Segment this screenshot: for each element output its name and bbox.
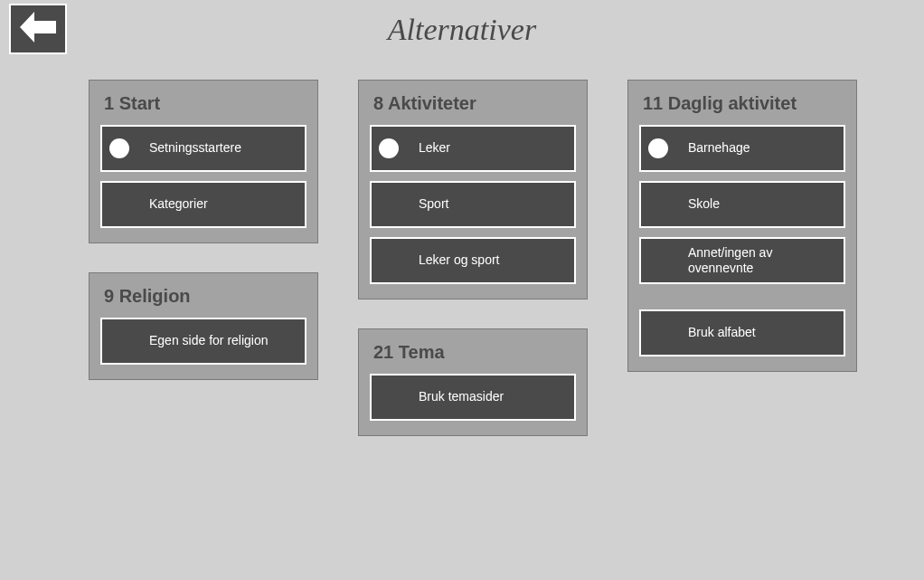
radio-selected-icon xyxy=(379,138,399,158)
card-religion: 9 ReligionEgen side for religion xyxy=(89,272,318,380)
column: 8 AktiviteterLekerSportLeker og sport21 … xyxy=(358,80,588,436)
column: 1 StartSetningsstartereKategorier9 Relig… xyxy=(89,80,318,380)
option-label: Bruk alfabet xyxy=(675,325,838,341)
option-leker[interactable]: Leker xyxy=(370,125,576,172)
option-egen-side-religion[interactable]: Egen side for religion xyxy=(100,318,306,365)
radio-spacer xyxy=(648,323,668,343)
radio-spacer xyxy=(109,331,129,351)
option-label: Leker og sport xyxy=(406,252,569,269)
column: 11 Daglig aktivitetBarnehageSkoleAnnet/i… xyxy=(627,80,857,372)
radio-selected-icon xyxy=(109,138,129,158)
option-label: Egen side for religion xyxy=(137,333,299,349)
option-label: Barnehage xyxy=(675,140,838,157)
option-columns: 1 StartSetningsstartereKategorier9 Relig… xyxy=(89,80,857,436)
option-barnehage[interactable]: Barnehage xyxy=(639,125,845,172)
option-bruk-alfabet[interactable]: Bruk alfabet xyxy=(639,309,845,357)
option-label: Kategorier xyxy=(137,196,299,213)
card-aktiviteter: 8 AktiviteterLekerSportLeker og sport xyxy=(358,80,588,300)
card-title-aktiviteter: 8 Aktiviteter xyxy=(373,93,576,114)
option-label: Bruk temasider xyxy=(406,389,569,405)
option-setningsstartere[interactable]: Setningsstartere xyxy=(100,125,306,172)
card-title-daglig-aktivitet: 11 Daglig aktivitet xyxy=(643,93,845,114)
option-skole[interactable]: Skole xyxy=(639,181,845,228)
card-daglig-aktivitet: 11 Daglig aktivitetBarnehageSkoleAnnet/i… xyxy=(627,80,857,372)
option-leker-og-sport[interactable]: Leker og sport xyxy=(370,237,576,284)
radio-spacer xyxy=(379,251,399,271)
radio-spacer xyxy=(379,195,399,214)
option-label: Setningsstartere xyxy=(137,140,299,157)
radio-spacer xyxy=(379,387,399,407)
option-label: Annet/ingen av ovennevnte xyxy=(675,245,838,277)
card-start: 1 StartSetningsstartereKategorier xyxy=(89,80,318,243)
radio-spacer xyxy=(648,195,668,214)
option-label: Sport xyxy=(406,196,569,213)
card-title-tema: 21 Tema xyxy=(373,342,576,363)
page-title: Alternativer xyxy=(0,13,924,47)
radio-selected-icon xyxy=(648,138,668,158)
option-label: Leker xyxy=(406,140,569,157)
radio-spacer xyxy=(109,195,129,214)
option-annet-ingen[interactable]: Annet/ingen av ovennevnte xyxy=(639,237,845,284)
card-title-start: 1 Start xyxy=(104,93,306,114)
radio-spacer xyxy=(648,251,668,271)
option-kategorier[interactable]: Kategorier xyxy=(100,181,306,228)
option-bruk-temasider[interactable]: Bruk temasider xyxy=(370,374,576,421)
option-sport[interactable]: Sport xyxy=(370,181,576,228)
card-tema: 21 TemaBruk temasider xyxy=(358,328,588,436)
card-title-religion: 9 Religion xyxy=(104,286,306,307)
option-label: Skole xyxy=(675,196,838,213)
